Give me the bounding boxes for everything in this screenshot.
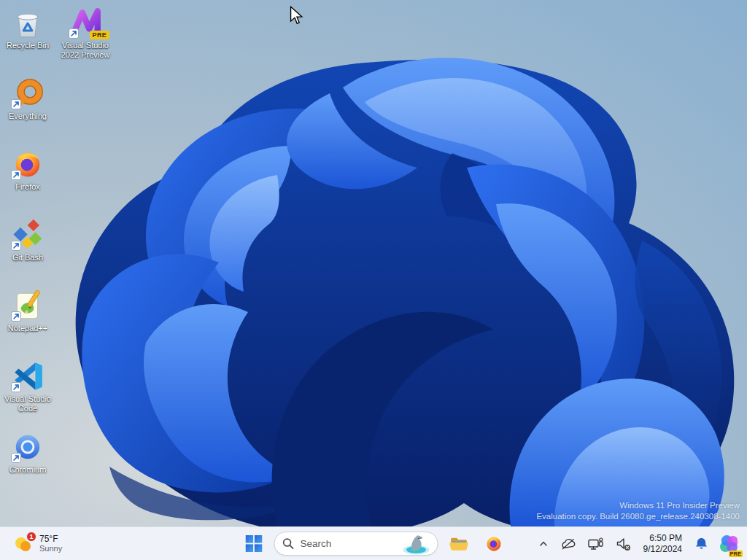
desktop-icon-label: Visual Studio Code xyxy=(0,394,55,413)
desktop-icon-label: Chromium xyxy=(9,465,47,475)
start-button[interactable] xyxy=(239,529,268,559)
desktop-icon-recycle-bin[interactable]: Recycle Bin xyxy=(0,6,55,50)
notification-bell-icon xyxy=(694,537,708,551)
everything-icon xyxy=(11,77,44,110)
shortcut-arrow-icon xyxy=(11,453,21,463)
show-hidden-icons-button[interactable] xyxy=(535,535,552,553)
git-bash-icon xyxy=(11,218,44,252)
weather-temperature: 75°F xyxy=(39,534,62,544)
recycle-bin-icon xyxy=(11,6,44,39)
insider-watermark: Windows 11 Pro Insider Preview Evaluatio… xyxy=(536,500,740,522)
desktop-icon-firefox[interactable]: Firefox xyxy=(0,147,55,192)
desktop-icon-git-bash[interactable]: Git Bash xyxy=(0,218,55,262)
volume-tray-button[interactable] xyxy=(612,533,635,555)
desktop: Recycle Bin PRE Visual Studio 2022 Previ… xyxy=(0,0,747,526)
shortcut-arrow-icon xyxy=(11,241,21,251)
notepad-plus-plus-icon xyxy=(11,289,44,322)
search-input[interactable] xyxy=(295,538,400,549)
firefox-icon xyxy=(11,147,44,181)
chromium-icon xyxy=(11,430,44,464)
search-highlight-dolphin-icon xyxy=(400,533,433,555)
shortcut-arrow-icon xyxy=(69,28,79,39)
vs-pre-badge: PRE xyxy=(90,31,109,39)
network-tray-button[interactable] xyxy=(584,533,608,555)
watermark-line1: Windows 11 Pro Insider Preview xyxy=(536,500,740,511)
copilot-pre-badge: PRE xyxy=(729,551,743,557)
desktop-icon-notepad-plus-plus[interactable]: Notepad++ xyxy=(0,289,55,333)
file-explorer-button[interactable] xyxy=(444,529,473,559)
file-explorer-icon xyxy=(449,534,468,553)
desktop-icon-visual-studio-code[interactable]: Visual Studio Code xyxy=(0,359,55,413)
chevron-up-icon xyxy=(538,539,549,549)
watermark-line2: Evaluation copy. Build 26080.ge_release.… xyxy=(536,511,740,522)
firefox-icon xyxy=(484,534,503,553)
shortcut-arrow-icon xyxy=(11,382,21,392)
shortcut-arrow-icon xyxy=(11,311,21,322)
desktop-icon-label: Git Bash xyxy=(12,253,43,262)
shortcut-arrow-icon xyxy=(11,170,21,180)
weather-widget[interactable]: 1 75°F Sunny xyxy=(6,532,69,556)
system-tray: 6:50 PM 9/12/2024 xyxy=(535,532,741,556)
windows-desktop-screen: Recycle Bin PRE Visual Studio 2022 Previ… xyxy=(0,0,747,560)
desktop-icon-visual-studio-2022-preview[interactable]: PRE Visual Studio 2022 Preview xyxy=(58,6,113,60)
taskbar-center xyxy=(239,527,508,560)
visual-studio-preview-icon: PRE xyxy=(69,6,102,39)
desktop-icon-everything[interactable]: Everything xyxy=(0,77,55,121)
visual-studio-code-icon xyxy=(11,359,44,393)
volume-muted-icon xyxy=(616,537,631,551)
weather-condition: Sunny xyxy=(39,544,62,553)
shortcut-arrow-icon xyxy=(11,99,21,109)
notification-center-button[interactable] xyxy=(691,533,712,554)
desktop-icon-label: Everything xyxy=(9,112,47,121)
desktop-icon-label: Recycle Bin xyxy=(7,41,49,50)
desktop-icon-label: Firefox xyxy=(15,182,40,192)
clock-date-button[interactable]: 6:50 PM 9/12/2024 xyxy=(639,532,686,556)
onedrive-disabled-icon xyxy=(560,537,576,551)
firefox-taskbar-button[interactable] xyxy=(479,529,508,559)
weather-notification-badge: 1 xyxy=(26,532,36,542)
taskbar: 1 75°F Sunny xyxy=(0,526,747,560)
windows-logo-icon xyxy=(245,535,262,552)
search-icon xyxy=(282,537,295,550)
desktop-icon-label: Notepad++ xyxy=(8,324,47,333)
copilot-preview-button[interactable]: PRE xyxy=(716,532,741,556)
desktop-icon-label: Visual Studio 2022 Preview xyxy=(58,41,113,60)
desktop-icon-chromium[interactable]: Chromium xyxy=(0,430,55,475)
taskbar-search-box[interactable] xyxy=(274,532,438,556)
clock-time: 6:50 PM xyxy=(643,533,682,544)
onedrive-tray-button[interactable] xyxy=(557,534,579,554)
ethernet-network-icon xyxy=(587,537,604,551)
wallpaper-bloom xyxy=(0,0,747,526)
clock-date: 9/12/2024 xyxy=(643,544,682,555)
